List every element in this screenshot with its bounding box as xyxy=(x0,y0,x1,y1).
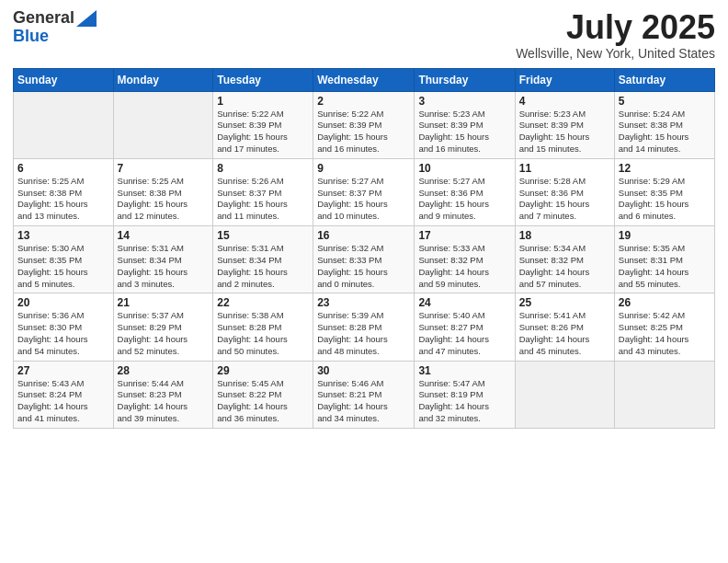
day-number: 4 xyxy=(519,95,610,108)
day-cell: 1Sunrise: 5:22 AMSunset: 8:39 PMDaylight… xyxy=(213,91,313,158)
day-cell: 29Sunrise: 5:45 AMSunset: 8:22 PMDayligh… xyxy=(213,361,313,428)
location: Wellsville, New York, United States xyxy=(516,46,715,61)
day-detail: Sunrise: 5:43 AMSunset: 8:24 PMDaylight:… xyxy=(17,378,109,425)
day-number: 16 xyxy=(317,229,410,242)
logo-general: General xyxy=(13,9,74,28)
day-detail: Sunrise: 5:22 AMSunset: 8:39 PMDaylight:… xyxy=(317,109,410,155)
day-detail: Sunrise: 5:44 AMSunset: 8:23 PMDaylight:… xyxy=(118,378,210,425)
day-number: 29 xyxy=(217,364,309,377)
day-detail: Sunrise: 5:27 AMSunset: 8:36 PMDaylight:… xyxy=(418,176,510,223)
weekday-wednesday: Wednesday xyxy=(313,68,415,91)
day-number: 18 xyxy=(519,229,610,242)
day-number: 21 xyxy=(118,296,210,309)
day-number: 25 xyxy=(519,296,610,309)
day-cell xyxy=(14,91,114,158)
day-cell: 31Sunrise: 5:47 AMSunset: 8:19 PMDayligh… xyxy=(415,361,515,428)
day-cell: 13Sunrise: 5:30 AMSunset: 8:35 PMDayligh… xyxy=(14,226,114,293)
day-number: 10 xyxy=(418,162,510,175)
day-cell: 24Sunrise: 5:40 AMSunset: 8:27 PMDayligh… xyxy=(415,293,515,361)
day-cell xyxy=(113,91,213,158)
week-row-1: 1Sunrise: 5:22 AMSunset: 8:39 PMDaylight… xyxy=(14,91,715,158)
day-detail: Sunrise: 5:46 AMSunset: 8:21 PMDaylight:… xyxy=(317,378,410,425)
day-detail: Sunrise: 5:22 AMSunset: 8:39 PMDaylight:… xyxy=(217,109,309,155)
day-number: 31 xyxy=(418,364,510,377)
day-detail: Sunrise: 5:25 AMSunset: 8:38 PMDaylight:… xyxy=(118,176,210,223)
day-number: 24 xyxy=(418,296,510,309)
week-row-5: 27Sunrise: 5:43 AMSunset: 8:24 PMDayligh… xyxy=(14,361,715,428)
day-number: 1 xyxy=(217,95,309,108)
day-number: 12 xyxy=(619,162,711,175)
weekday-saturday: Saturday xyxy=(614,68,714,91)
header: General Blue July 2025 Wellsville, New Y… xyxy=(13,9,715,61)
day-number: 5 xyxy=(619,95,711,108)
day-cell: 4Sunrise: 5:23 AMSunset: 8:39 PMDaylight… xyxy=(515,91,614,158)
day-number: 20 xyxy=(17,296,109,309)
week-row-3: 13Sunrise: 5:30 AMSunset: 8:35 PMDayligh… xyxy=(14,226,715,293)
day-cell: 19Sunrise: 5:35 AMSunset: 8:31 PMDayligh… xyxy=(614,226,714,293)
day-number: 26 xyxy=(619,296,711,309)
day-cell: 14Sunrise: 5:31 AMSunset: 8:34 PMDayligh… xyxy=(113,226,213,293)
day-detail: Sunrise: 5:23 AMSunset: 8:39 PMDaylight:… xyxy=(519,109,610,155)
day-cell: 11Sunrise: 5:28 AMSunset: 8:36 PMDayligh… xyxy=(515,158,614,225)
weekday-monday: Monday xyxy=(113,68,213,91)
weekday-thursday: Thursday xyxy=(415,68,515,91)
day-cell: 5Sunrise: 5:24 AMSunset: 8:38 PMDaylight… xyxy=(614,91,714,158)
day-cell xyxy=(515,361,614,428)
day-cell: 12Sunrise: 5:29 AMSunset: 8:35 PMDayligh… xyxy=(614,158,714,225)
day-number: 22 xyxy=(217,296,309,309)
weekday-friday: Friday xyxy=(515,68,614,91)
day-cell: 3Sunrise: 5:23 AMSunset: 8:39 PMDaylight… xyxy=(415,91,515,158)
day-detail: Sunrise: 5:42 AMSunset: 8:25 PMDaylight:… xyxy=(619,310,711,357)
day-cell: 27Sunrise: 5:43 AMSunset: 8:24 PMDayligh… xyxy=(14,361,114,428)
day-detail: Sunrise: 5:29 AMSunset: 8:35 PMDaylight:… xyxy=(619,176,711,223)
day-cell: 22Sunrise: 5:38 AMSunset: 8:28 PMDayligh… xyxy=(213,293,313,361)
day-detail: Sunrise: 5:25 AMSunset: 8:38 PMDaylight:… xyxy=(17,176,109,223)
day-number: 27 xyxy=(17,364,109,377)
day-cell: 10Sunrise: 5:27 AMSunset: 8:36 PMDayligh… xyxy=(415,158,515,225)
calendar-table: SundayMondayTuesdayWednesdayThursdayFrid… xyxy=(13,68,715,429)
day-number: 17 xyxy=(418,229,510,242)
logo: General Blue xyxy=(13,9,97,46)
day-cell: 30Sunrise: 5:46 AMSunset: 8:21 PMDayligh… xyxy=(313,361,415,428)
day-cell: 21Sunrise: 5:37 AMSunset: 8:29 PMDayligh… xyxy=(113,293,213,361)
day-detail: Sunrise: 5:35 AMSunset: 8:31 PMDaylight:… xyxy=(619,243,711,290)
day-detail: Sunrise: 5:40 AMSunset: 8:27 PMDaylight:… xyxy=(418,310,510,357)
day-detail: Sunrise: 5:26 AMSunset: 8:37 PMDaylight:… xyxy=(217,176,309,223)
day-detail: Sunrise: 5:24 AMSunset: 8:38 PMDaylight:… xyxy=(619,109,711,155)
day-number: 3 xyxy=(418,95,510,108)
day-cell: 7Sunrise: 5:25 AMSunset: 8:38 PMDaylight… xyxy=(113,158,213,225)
day-cell: 26Sunrise: 5:42 AMSunset: 8:25 PMDayligh… xyxy=(614,293,714,361)
day-detail: Sunrise: 5:34 AMSunset: 8:32 PMDaylight:… xyxy=(519,243,610,290)
day-number: 23 xyxy=(317,296,410,309)
day-number: 8 xyxy=(217,162,309,175)
day-number: 11 xyxy=(519,162,610,175)
day-number: 7 xyxy=(118,162,210,175)
page: General Blue July 2025 Wellsville, New Y… xyxy=(0,0,728,563)
day-cell: 2Sunrise: 5:22 AMSunset: 8:39 PMDaylight… xyxy=(313,91,415,158)
day-number: 28 xyxy=(118,364,210,377)
day-number: 6 xyxy=(17,162,109,175)
day-cell: 18Sunrise: 5:34 AMSunset: 8:32 PMDayligh… xyxy=(515,226,614,293)
day-cell: 16Sunrise: 5:32 AMSunset: 8:33 PMDayligh… xyxy=(313,226,415,293)
day-detail: Sunrise: 5:31 AMSunset: 8:34 PMDaylight:… xyxy=(118,243,210,290)
title-block: July 2025 Wellsville, New York, United S… xyxy=(516,9,715,61)
day-detail: Sunrise: 5:38 AMSunset: 8:28 PMDaylight:… xyxy=(217,310,309,357)
weekday-tuesday: Tuesday xyxy=(213,68,313,91)
day-cell: 23Sunrise: 5:39 AMSunset: 8:28 PMDayligh… xyxy=(313,293,415,361)
day-cell: 15Sunrise: 5:31 AMSunset: 8:34 PMDayligh… xyxy=(213,226,313,293)
day-detail: Sunrise: 5:32 AMSunset: 8:33 PMDaylight:… xyxy=(317,243,410,290)
logo-blue: Blue xyxy=(13,28,49,46)
day-detail: Sunrise: 5:23 AMSunset: 8:39 PMDaylight:… xyxy=(418,109,510,155)
day-number: 2 xyxy=(317,95,410,108)
day-detail: Sunrise: 5:31 AMSunset: 8:34 PMDaylight:… xyxy=(217,243,309,290)
svg-marker-0 xyxy=(76,10,97,27)
day-detail: Sunrise: 5:47 AMSunset: 8:19 PMDaylight:… xyxy=(418,378,510,425)
day-cell: 9Sunrise: 5:27 AMSunset: 8:37 PMDaylight… xyxy=(313,158,415,225)
day-cell: 25Sunrise: 5:41 AMSunset: 8:26 PMDayligh… xyxy=(515,293,614,361)
day-detail: Sunrise: 5:28 AMSunset: 8:36 PMDaylight:… xyxy=(519,176,610,223)
day-cell: 28Sunrise: 5:44 AMSunset: 8:23 PMDayligh… xyxy=(113,361,213,428)
day-number: 14 xyxy=(118,229,210,242)
day-detail: Sunrise: 5:36 AMSunset: 8:30 PMDaylight:… xyxy=(17,310,109,357)
day-number: 30 xyxy=(317,364,410,377)
day-number: 13 xyxy=(17,229,109,242)
